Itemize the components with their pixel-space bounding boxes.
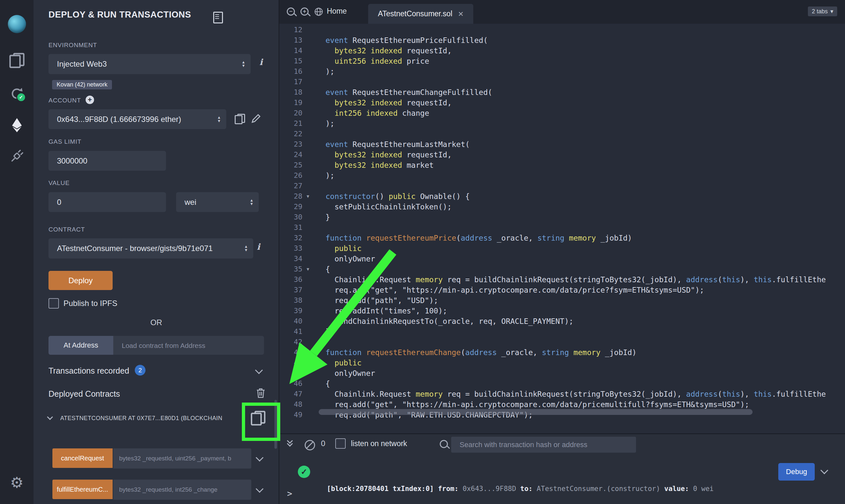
collapse-terminal-icon[interactable]	[288, 440, 292, 446]
account-value: 0x643...9F88D (1.666673996 ether)	[49, 115, 181, 124]
code-text: {	[326, 264, 330, 274]
sidebar-item-solidity-compiler[interactable]: ✓	[0, 87, 34, 101]
transactions-count-badge: 2	[135, 365, 145, 376]
line-number: 17	[279, 77, 303, 87]
terminal-prompt: >	[287, 489, 292, 499]
fold-marker-icon[interactable]: ▾	[307, 191, 309, 202]
or-divider: OR	[49, 318, 264, 327]
add-account-icon[interactable]: +	[86, 95, 94, 104]
value-input[interactable]	[49, 192, 166, 212]
compile-success-badge: ✓	[16, 92, 26, 102]
documentation-icon[interactable]	[213, 12, 223, 23]
line-number: 48	[279, 399, 303, 410]
code-lines: 1213event RequestEthereumPriceFulfilled(…	[279, 25, 845, 420]
clear-console-icon[interactable]	[305, 440, 315, 450]
panel-scrollbar[interactable]	[274, 400, 277, 449]
line-number: 23	[279, 139, 303, 149]
value-unit-select[interactable]: wei ▲▼	[176, 192, 259, 212]
code-line: 40 sendChainlinkRequestTo(_oracle, req, …	[279, 316, 845, 326]
code-line: 21);	[279, 119, 845, 129]
line-number: 36	[279, 274, 303, 285]
panel-title: DEPLOY & RUN TRANSACTIONS	[49, 10, 191, 20]
code-line: 18event RequestEthereumChangeFulfilled(	[279, 87, 845, 97]
close-tab-icon[interactable]: ×	[458, 11, 464, 17]
listen-network-checkbox[interactable]	[335, 438, 346, 449]
environment-info-icon[interactable]: i	[259, 57, 263, 67]
code-text: req.add("get", "https://min-api.cryptoco…	[326, 285, 704, 295]
deploy-button[interactable]: Deploy	[49, 271, 113, 290]
fold-marker-icon[interactable]: ▾	[307, 264, 309, 274]
code-line: 19 bytes32 indexed requestId,	[279, 97, 845, 108]
deploy-run-panel: DEPLOY & RUN TRANSACTIONS ENVIRONMENT In…	[34, 0, 279, 504]
at-address-input[interactable]	[113, 336, 264, 355]
sidebar-item-deploy-run[interactable]	[0, 118, 34, 133]
module-icon-bar: ✓ ⚙	[0, 0, 34, 504]
code-text: bytes32 indexed requestId,	[326, 46, 452, 56]
function-params-input[interactable]	[113, 480, 251, 500]
expand-function-icon[interactable]	[256, 485, 263, 492]
environment-select[interactable]: Injected Web3 ▲▼	[49, 54, 251, 74]
publish-ipfs-checkbox[interactable]	[49, 298, 59, 309]
clear-instances-trash-icon[interactable]	[256, 388, 266, 399]
code-line: 43function requestEthereumChange(address…	[279, 347, 845, 358]
code-text: bytes32 indexed requestId,	[326, 97, 452, 108]
code-editor[interactable]: 1213event RequestEthereumPriceFulfilled(…	[279, 24, 845, 433]
chevron-down-icon: ▾	[830, 8, 833, 15]
sidebar-item-file-explorer[interactable]	[0, 55, 34, 66]
line-number: 47	[279, 389, 303, 399]
tab-home[interactable]: Home	[327, 7, 347, 16]
remix-logo[interactable]	[0, 15, 34, 33]
sidebar-item-plugin-manager[interactable]	[0, 149, 34, 163]
remix-ide-window: ✓ ⚙ DEPLOY & RUN TRANSACTIONS ENVIRONMEN…	[0, 0, 845, 504]
sign-message-icon[interactable]	[250, 112, 262, 124]
contract-select[interactable]: ATestnetConsumer - browser/gists/9b71e07…	[49, 238, 253, 258]
compiler-icon: ✓	[10, 87, 24, 101]
file-explorer-icon	[9, 53, 24, 68]
expand-log-icon[interactable]	[820, 466, 828, 474]
copy-contract-address-icon[interactable]	[251, 411, 265, 426]
function-button-cancelRequest[interactable]: cancelRequest	[52, 448, 113, 468]
copy-account-icon[interactable]	[235, 114, 245, 124]
code-text: event RequestEthereumLastMarket(	[326, 139, 470, 149]
tabs-count-label: 2 tabs	[812, 8, 828, 15]
sidebar-item-settings[interactable]: ⚙	[0, 475, 34, 490]
zoom-in-icon[interactable]: +	[300, 7, 310, 17]
code-text: sendChainlinkRequestTo(_oracle, req, ORA…	[326, 316, 573, 326]
account-select[interactable]: 0x643...9F88D (1.666673996 ether) ▲▼	[49, 109, 226, 129]
code-text: bytes32 indexed market	[326, 160, 434, 170]
code-line: 23event RequestEthereumLastMarket(	[279, 139, 845, 149]
listen-network-label: listen on network	[351, 439, 407, 448]
line-number: 33	[279, 243, 303, 254]
code-text: event RequestEthereumChangeFulfilled(	[326, 87, 492, 97]
remix-logo-icon	[8, 15, 26, 33]
line-number: 28	[279, 191, 303, 202]
expand-function-icon[interactable]	[256, 454, 263, 462]
code-line: 25 bytes32 indexed market	[279, 160, 845, 170]
transaction-log[interactable]: [block:20780401 txIndex:0] from: 0x643..…	[327, 462, 714, 504]
gear-icon: ⚙	[10, 475, 23, 490]
line-number: 24	[279, 149, 303, 160]
tab-atestnetconsumer[interactable]: ATestnetConsumer.sol ×	[368, 4, 473, 24]
transactions-recorded-label: Transactions recorded	[49, 366, 129, 376]
gas-limit-input[interactable]	[49, 151, 166, 171]
code-text: }	[326, 326, 330, 337]
zoom-out-icon[interactable]: −	[287, 7, 296, 17]
code-line: 31	[279, 222, 845, 233]
at-address-button[interactable]: At Address	[49, 336, 113, 355]
publish-ipfs-label: Publish to IPFS	[64, 299, 117, 308]
debug-button[interactable]: Debug	[778, 463, 815, 481]
line-number: 49	[279, 410, 303, 420]
code-text: Chainlink.Request memory req = buildChai…	[326, 389, 826, 399]
code-text: req.add("get", "https://min-api.cryptoco…	[326, 399, 749, 410]
transactions-expand-icon[interactable]	[255, 366, 263, 374]
select-stepper-icon: ▲▼	[242, 60, 245, 68]
contract-instance-expand-icon[interactable]	[47, 414, 53, 420]
contract-info-icon[interactable]: i	[257, 242, 260, 252]
horizontal-scrollbar[interactable]	[319, 409, 753, 415]
function-params-input[interactable]	[113, 448, 251, 469]
terminal-search-input[interactable]	[451, 437, 636, 453]
function-button-fulfillEthereumC[interactable]: fulfillEthereumC...	[52, 480, 113, 499]
tabs-count-dropdown[interactable]: 2 tabs ▾	[808, 6, 837, 16]
deployed-contract-item[interactable]: ATESTNETCONSUMER AT 0X7E7...E80D1 (BLOCK…	[60, 415, 247, 422]
line-number: 31	[279, 222, 303, 233]
